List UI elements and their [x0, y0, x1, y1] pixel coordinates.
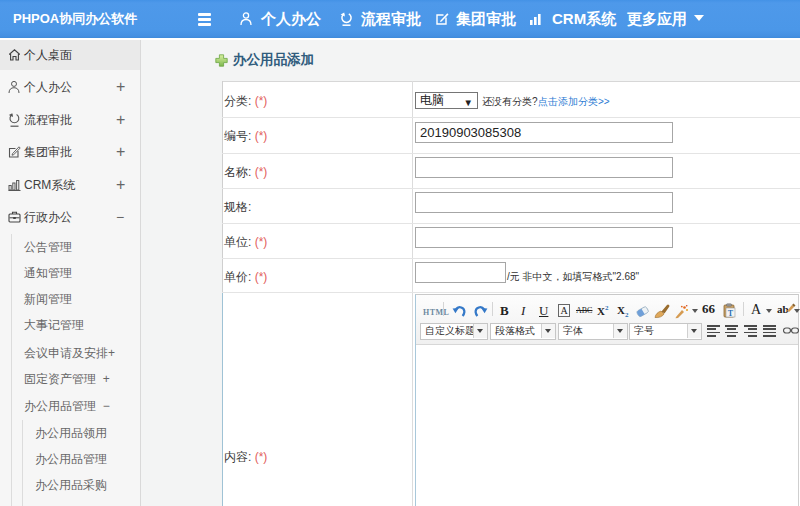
svg-text:T: T	[728, 309, 734, 318]
